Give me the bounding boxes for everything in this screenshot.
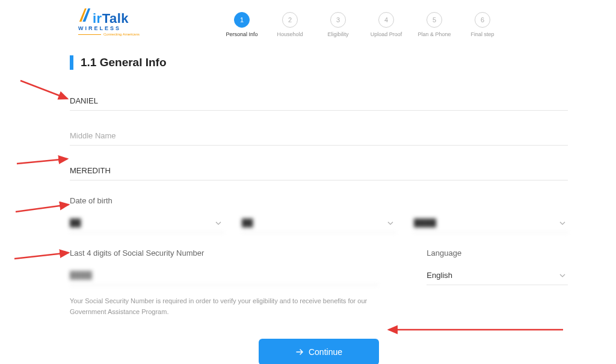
dob-day-select[interactable] xyxy=(242,214,396,233)
dob-year-select[interactable] xyxy=(414,214,568,233)
first-name-input[interactable] xyxy=(70,91,568,111)
dob-label: Date of birth xyxy=(70,196,568,205)
step-eligibility[interactable]: 3 Eligibility xyxy=(314,12,362,37)
logo-swoosh-icon xyxy=(78,7,91,23)
continue-button[interactable]: Continue xyxy=(259,339,379,364)
ssn-label: Last 4 digits of Social Security Number xyxy=(70,248,378,258)
logo-suffix: Talk xyxy=(102,11,129,26)
dob-month-select[interactable] xyxy=(70,214,224,233)
middle-name-input[interactable] xyxy=(70,126,568,146)
ssn-input[interactable] xyxy=(70,266,378,285)
step-final[interactable]: 6 Final step xyxy=(458,12,507,37)
step-plan-phone[interactable]: 5 Plan & Phone xyxy=(410,12,458,37)
language-label: Language xyxy=(427,248,568,258)
step-personal-info[interactable]: 1 Personal Info xyxy=(218,12,266,37)
logo-tagline: Connecting Americans xyxy=(103,32,140,36)
logo-prefix: ir xyxy=(93,11,102,26)
step-household[interactable]: 2 Household xyxy=(266,12,314,37)
arrow-right-icon xyxy=(295,348,304,356)
brand-logo: ir Talk WIRELESS Connecting Americans xyxy=(78,7,140,36)
ssn-helper-text: Your Social Security Number is required … xyxy=(70,296,378,317)
section-heading: 1.1 General Info xyxy=(70,55,568,70)
step-upload-proof[interactable]: 4 Upload Proof xyxy=(362,12,410,37)
progress-stepper: 1 Personal Info 2 Household 3 Eligibilit… xyxy=(218,12,507,37)
logo-subtext: WIRELESS xyxy=(78,25,121,31)
language-select[interactable] xyxy=(427,266,568,285)
last-name-input[interactable] xyxy=(70,161,568,180)
